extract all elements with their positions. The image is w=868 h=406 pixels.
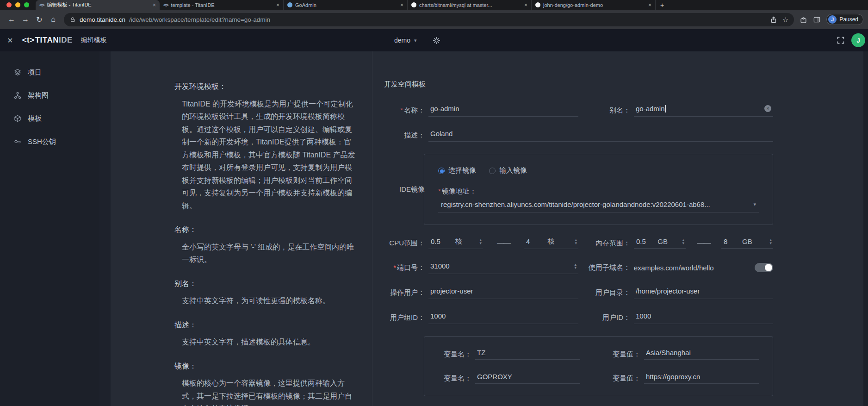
- operator-user-input[interactable]: projector-user: [428, 286, 578, 299]
- memory-max-value: 8: [724, 237, 727, 245]
- doc-paragraph: TitanIDE 的开发环境模板是为用户提供一个可定制化的环境模板设计工具，生成…: [174, 98, 358, 212]
- doc-paragraph: 全小写的英文字母与 '-' 组成的，是在工作空间内的唯一标识。: [174, 241, 358, 266]
- cpu-min-input[interactable]: 0.5 核 ▴▾: [428, 237, 483, 249]
- sidebar-item-label: 架构图: [28, 91, 49, 100]
- github-favicon: [411, 2, 416, 7]
- tab-title: john-deng/go-admin-demo: [543, 2, 645, 8]
- cpu-max-input[interactable]: 4 核 ▴▾: [524, 237, 578, 249]
- memory-min-input[interactable]: 0.5 GB ▴▾: [634, 237, 686, 249]
- step-down-icon[interactable]: ▾: [574, 266, 577, 269]
- step-down-icon[interactable]: ▾: [769, 242, 772, 245]
- env-value-label: 变量值：: [580, 374, 640, 383]
- alias-label: 别名：: [578, 106, 630, 115]
- chevron-down-icon[interactable]: ▾: [753, 201, 756, 207]
- port-input[interactable]: 31000 ▴▾: [428, 261, 578, 274]
- required-mark: *: [438, 187, 441, 195]
- env-vars-group: 变量名： TZ 变量值： Asia/Shanghai 变量名： GOPROXY …: [424, 336, 773, 396]
- step-down-icon[interactable]: ▾: [575, 242, 577, 245]
- tab-goadmin[interactable]: GoAdmin ×: [284, 0, 408, 10]
- side-panel-icon[interactable]: [813, 16, 821, 24]
- extensions-puzzle-icon[interactable]: [800, 16, 807, 24]
- description-input[interactable]: Goland: [428, 129, 773, 142]
- close-window-button[interactable]: [6, 2, 12, 7]
- stepper-control[interactable]: ▴▾: [574, 263, 577, 269]
- tab-close-icon[interactable]: ×: [648, 2, 651, 8]
- app-body: 项目 架构图: [0, 51, 868, 406]
- tab-edit-template[interactable]: <t> 编辑模板 - TitanIDE ×: [36, 0, 160, 10]
- tab-template[interactable]: <t> template - TitanIDE ×: [160, 0, 284, 10]
- tab-strip: <t> 编辑模板 - TitanIDE × <t> template - Tit…: [0, 0, 868, 10]
- operator-user-label: 操作用户：: [384, 288, 425, 297]
- minimize-window-button[interactable]: [15, 2, 20, 7]
- ide-image-label: IDE镜像: [384, 185, 425, 194]
- user-dir-input[interactable]: /home/projector-user: [634, 286, 773, 299]
- user-id-input[interactable]: 1000: [634, 311, 773, 324]
- chevron-down-icon[interactable]: ▾: [414, 37, 417, 44]
- fullscreen-icon[interactable]: [837, 36, 845, 44]
- image-address-dropdown[interactable]: registry.cn-shenzhen.aliyuncs.com/titani…: [438, 200, 759, 212]
- bookmark-star-icon[interactable]: ☆: [782, 16, 788, 23]
- clear-icon[interactable]: ×: [764, 105, 771, 112]
- titanide-logo: <t> TITAN IDE: [22, 36, 73, 45]
- user-avatar[interactable]: J: [851, 33, 865, 47]
- stepper-control[interactable]: ▴▾: [479, 238, 482, 245]
- share-icon[interactable]: [769, 16, 777, 23]
- zoom-window-button[interactable]: [24, 2, 29, 7]
- logo-bracket: <t>: [22, 36, 35, 45]
- step-down-icon[interactable]: ▾: [479, 242, 482, 245]
- gear-icon[interactable]: [433, 37, 440, 44]
- env-name-label: 变量名：: [438, 350, 471, 359]
- description-value: Goland: [430, 130, 453, 137]
- env-var-row: 变量名： TZ 变量值： Asia/Shanghai: [438, 349, 759, 360]
- sidebar-item-ssh-keys[interactable]: SSH公钥: [0, 130, 99, 153]
- stepper-control[interactable]: ▴▾: [575, 238, 577, 245]
- radio-input-image[interactable]: 输入镜像: [489, 166, 527, 175]
- memory-unit: GB: [657, 237, 668, 245]
- alias-input[interactable]: go-admin ×: [634, 104, 773, 117]
- titanide-favicon: <t>: [163, 3, 168, 7]
- subdomain-label: 使用子域名：: [578, 263, 630, 272]
- sidebar-item-templates[interactable]: 模板: [0, 107, 99, 130]
- home-icon[interactable]: ⌂: [46, 12, 60, 26]
- step-down-icon[interactable]: ▾: [682, 242, 684, 245]
- template-cube-icon: [14, 115, 21, 122]
- env-value-input[interactable]: Asia/Shanghai: [644, 349, 759, 360]
- stepper-control[interactable]: ▴▾: [769, 238, 772, 245]
- profile-paused-pill[interactable]: J Paused: [826, 14, 863, 25]
- close-editor-icon[interactable]: ×: [7, 36, 13, 45]
- env-name-input[interactable]: TZ: [475, 349, 580, 360]
- sidebar-item-projects[interactable]: 项目: [0, 61, 99, 84]
- new-tab-button[interactable]: +: [660, 2, 664, 8]
- toggle-knob: [765, 264, 772, 271]
- tab-close-icon[interactable]: ×: [153, 2, 156, 8]
- site-info-lock-icon[interactable]: [69, 16, 76, 23]
- forward-icon[interactable]: →: [19, 12, 32, 26]
- scrollbar[interactable]: [863, 51, 868, 406]
- group-id-input[interactable]: 1000: [428, 311, 578, 324]
- tab-github-mysql[interactable]: charts/bitnami/mysql at master... ×: [408, 0, 532, 10]
- memory-unit: GB: [742, 237, 752, 245]
- app-header: × <t> TITAN IDE 编辑模板 demo ▾: [0, 29, 868, 51]
- env-value-input[interactable]: https://goproxy.cn: [644, 373, 759, 384]
- env-name-input[interactable]: GOPROXY: [475, 373, 580, 384]
- workspace-selector[interactable]: demo: [394, 37, 410, 44]
- doc-paragraph: 支持中英文字符，为可读性更强的模板名称。: [174, 294, 358, 307]
- memory-max-input[interactable]: 8 GB ▴▾: [721, 237, 773, 249]
- subdomain-toggle[interactable]: [755, 263, 773, 272]
- titanide-favicon: <t>: [39, 3, 44, 7]
- sidebar-item-architecture[interactable]: 架构图: [0, 84, 99, 107]
- back-icon[interactable]: ←: [5, 12, 19, 26]
- url-path: /ide/web/workspace/template/edit?name=go…: [129, 16, 766, 23]
- tab-github-go-admin-demo[interactable]: john-deng/go-admin-demo ×: [532, 0, 656, 10]
- name-input[interactable]: go-admin: [428, 104, 578, 117]
- stepper-control[interactable]: ▴▾: [682, 238, 684, 245]
- env-value-label: 变量值：: [580, 350, 640, 359]
- sidebar-item-label: 项目: [28, 68, 42, 77]
- doc-heading: 开发环境模板：: [174, 80, 358, 93]
- reload-icon[interactable]: ↻: [32, 12, 46, 26]
- radio-select-image[interactable]: 选择镜像: [438, 166, 476, 175]
- tab-close-icon[interactable]: ×: [276, 2, 279, 8]
- tab-close-icon[interactable]: ×: [524, 2, 527, 8]
- address-bar[interactable]: demo.titanide.cn /ide/web/workspace/temp…: [64, 13, 794, 26]
- tab-close-icon[interactable]: ×: [400, 2, 403, 8]
